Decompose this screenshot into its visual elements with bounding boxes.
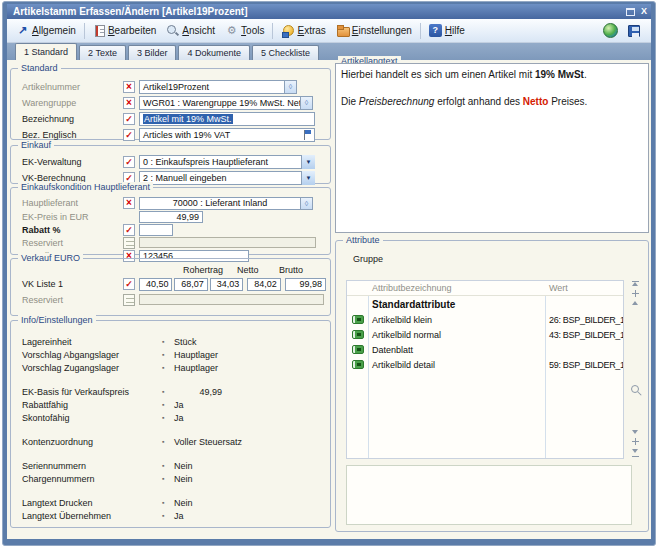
menu-bearbeiten[interactable]: Bearbeiten (88, 23, 161, 39)
attribute-notes-box[interactable] (346, 465, 632, 525)
vk-netto-input[interactable]: 84,02 (247, 278, 280, 291)
bullet-icon: ▪ (162, 364, 174, 371)
help-icon: ? (429, 24, 442, 37)
bezeichnung-input[interactable]: Artikel mit 19% MwSt. (139, 112, 315, 126)
groupbox-attribute: Attribute Gruppe Attributbezeichnung Wer… (335, 240, 649, 532)
table-row[interactable]: Datenblatt (347, 342, 623, 357)
tab-dokumente[interactable]: 4 Dokumente (178, 45, 250, 60)
rabatt-input[interactable] (139, 224, 173, 236)
vk-preis-input[interactable]: 40,50 (139, 278, 172, 291)
groupbox-einkauf-title: Einkauf (18, 140, 54, 151)
notebook-icon (95, 25, 105, 37)
lamp-icon (281, 24, 294, 37)
menu-extras[interactable]: Extras (276, 22, 330, 39)
scroll-down2-icon[interactable] (632, 449, 638, 453)
scroll-up-icon[interactable] (632, 282, 638, 286)
menu-separator (420, 23, 421, 39)
tab-checkliste[interactable]: 5 Checkliste (252, 45, 319, 60)
info-row: Vorschlag Abgangslager▪Hauptlager (11, 348, 330, 361)
add-row-icon[interactable] (632, 290, 639, 297)
reserviert-label: Reserviert (22, 295, 123, 305)
langtext-line1: Hierbei handelt es sich um einen Artikel… (341, 67, 643, 82)
gruppe-label: Gruppe (353, 254, 383, 264)
bullet-icon: ▪ (162, 388, 174, 395)
globe-icon[interactable] (603, 23, 618, 38)
table-row-group[interactable]: Standardattribute (347, 297, 623, 312)
vk-rohertrag2-input[interactable]: 34,03 (210, 278, 243, 291)
check-icon[interactable]: ✓ (123, 129, 135, 141)
check-icon[interactable]: ✓ (123, 224, 135, 236)
media-icon (352, 345, 364, 354)
reserviert-label: Reserviert (22, 238, 123, 248)
scroll-up2-icon[interactable] (632, 301, 638, 305)
info-row: Skontofähig▪Ja (11, 411, 330, 424)
flag-icon (304, 130, 311, 140)
artikelnummer-label: Artikelnummer (22, 82, 123, 92)
groupbox-einkaufskondition-title: Einkaufskondition Hauptlieferant (18, 182, 153, 193)
attribute-table: Attributbezeichnung Wert Standardattribu… (346, 280, 624, 459)
tab-standard[interactable]: 1 Standard (15, 43, 77, 60)
ek-verwaltung-select[interactable]: 0 : Einkaufspreis Hauptlieferant (139, 155, 315, 169)
langtext-line2: Die Preisberechnung erfolgt anhand des N… (341, 94, 643, 109)
groupbox-info: Info/Einstellungen Lagereinheit▪Stück Vo… (10, 320, 331, 528)
arrow-icon: ↗ (16, 24, 29, 37)
bullet-icon: ▪ (162, 338, 174, 345)
col-netto: Netto (237, 265, 259, 275)
info-row: Lagereinheit▪Stück (11, 335, 330, 348)
col-wert[interactable]: Wert (545, 281, 623, 295)
tabstrip: 1 Standard 2 Texte 3 Bilder 4 Dokumente … (7, 43, 651, 60)
ek-preis-input[interactable]: 49,99 (139, 211, 203, 223)
col-attributbezeichnung[interactable]: Attributbezeichnung (368, 281, 545, 295)
clear-icon[interactable]: × (123, 97, 135, 109)
bullet-icon: ▪ (162, 414, 174, 421)
table-navigator (628, 280, 642, 459)
vk-brutto-input[interactable]: 99,98 (285, 278, 326, 291)
window-title: Artikelstamm Erfassen/Ändern [Artikel19P… (13, 6, 248, 17)
menu-separator (272, 23, 273, 39)
search-icon[interactable] (631, 385, 639, 393)
tab-texte[interactable]: 2 Texte (79, 45, 126, 60)
lookup-spinner-icon[interactable]: ◊ (301, 197, 313, 210)
vk-rohertrag-input[interactable]: 68,07 (174, 278, 207, 291)
scroll-bottom-icon[interactable] (632, 456, 639, 457)
dropdown-icon[interactable]: ▼ (301, 171, 315, 185)
lookup-spinner-icon[interactable]: ◊ (301, 96, 313, 110)
menu-hilfe[interactable]: ? Hilfe (424, 22, 470, 39)
save-icon[interactable] (628, 25, 640, 37)
groupbox-info-title: Info/Einstellungen (18, 315, 96, 326)
menu-allgemein[interactable]: ↗ Allgemein (11, 22, 81, 39)
col-rohertrag: Rohertrag (183, 265, 223, 275)
artikelnummer-input[interactable]: Artikel19Prozent (139, 80, 285, 94)
move-icon[interactable] (632, 438, 639, 445)
warengruppe-input[interactable]: WGR01 : Warengruppe 19% MwSt. Netto (139, 96, 301, 110)
clear-icon[interactable]: × (123, 81, 135, 93)
rabatt-label: Rabatt % (22, 225, 123, 235)
content-area: Standard Artikelnummer × Artikel19Prozen… (7, 60, 651, 539)
table-row[interactable]: Artikelbild klein 26: BSP_BILDER_1.BMP (347, 312, 623, 327)
memo-icon (123, 294, 135, 306)
lookup-spinner-icon[interactable]: ◊ (285, 80, 297, 94)
close-icon[interactable]: X (641, 7, 647, 16)
reserviert-input (139, 294, 324, 305)
check-icon[interactable]: ✓ (123, 156, 135, 168)
media-icon (352, 330, 364, 339)
clear-icon[interactable]: × (123, 197, 135, 209)
menubar: ↗ Allgemein Bearbeiten Ansicht ⚙ Tools E… (7, 19, 651, 43)
restore-icon[interactable] (626, 8, 635, 16)
table-row[interactable]: Artikelbild normal 43: BSP_BILDER_1.BMP (347, 327, 623, 342)
vk-berechnung-select[interactable]: 2 : Manuell eingeben (139, 171, 315, 185)
check-icon[interactable]: ✓ (123, 278, 135, 290)
bullet-icon: ▪ (162, 462, 174, 469)
table-row[interactable]: Artikelbild detail 59: BSP_BILDER_1.BMP (347, 357, 623, 372)
dropdown-icon[interactable]: ▼ (301, 155, 315, 169)
menu-tools[interactable]: ⚙ Tools (220, 22, 269, 39)
menu-ansicht[interactable]: Ansicht (161, 22, 220, 39)
bullet-icon: ▪ (162, 512, 174, 519)
bez-englisch-input[interactable]: Articles with 19% VAT (139, 128, 315, 142)
scroll-down-icon[interactable] (632, 430, 638, 434)
artikellangtext-textarea[interactable]: Hierbei handelt es sich um einen Artikel… (335, 63, 649, 233)
tab-bilder[interactable]: 3 Bilder (128, 45, 177, 60)
check-icon[interactable]: ✓ (123, 113, 135, 125)
menu-einstellungen[interactable]: Einstellungen (331, 22, 417, 39)
hauptlieferant-input[interactable]: 70000 : Lieferant Inland (139, 197, 301, 210)
